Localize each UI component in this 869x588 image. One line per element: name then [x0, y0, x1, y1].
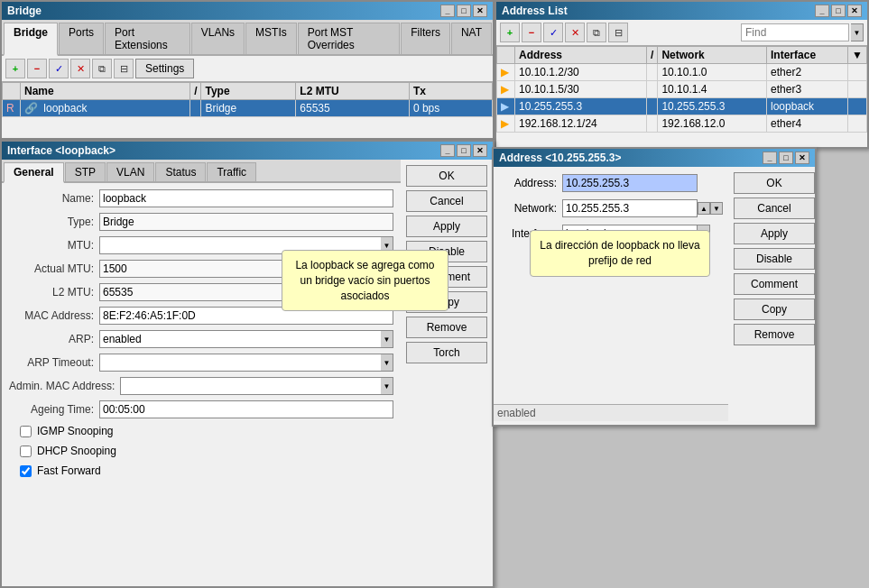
table-row[interactable]: ▶ 10.10.1.5/30 10.10.1.4 ether3	[497, 81, 867, 98]
addr-network-label: Network:	[499, 202, 562, 215]
interface-title: Interface <loopback>	[7, 144, 440, 157]
admin-mac-dropdown-btn[interactable]: ▼	[381, 377, 393, 395]
interface-cancel-btn[interactable]: Cancel	[406, 190, 487, 212]
ageing-input[interactable]	[99, 400, 393, 418]
interface-maximize-btn[interactable]: □	[457, 144, 471, 157]
interface-window: Interface <loopback> _ □ ✕ General STP V…	[0, 140, 495, 588]
addr-dialog-maximize-btn[interactable]: □	[779, 152, 793, 164]
tab-bridge[interactable]: Bridge	[4, 23, 58, 56]
addr-col-address: Address	[515, 47, 647, 64]
addr-list-minimize-btn[interactable]: _	[815, 5, 829, 17]
interface-minimize-btn[interactable]: _	[440, 144, 455, 157]
addr-col-scroll[interactable]: ▼	[848, 47, 867, 64]
addr-dialog-ok-btn[interactable]: OK	[734, 172, 815, 194]
actual-mtu-label: Actual MTU:	[9, 262, 99, 275]
row-slash	[647, 81, 658, 98]
tab-vlans[interactable]: VLANs	[191, 23, 245, 54]
table-row[interactable]: ▶ 10.255.255.3 10.255.255.3 loopback	[497, 98, 867, 115]
network-scroll-up[interactable]: ▲	[698, 202, 710, 215]
address-dialog-titlebar: Address <10.255.255.3> _ □ ✕	[494, 149, 815, 167]
tab-ports[interactable]: Ports	[59, 23, 104, 54]
interface-close-btn[interactable]: ✕	[473, 144, 487, 157]
tab-port-extensions[interactable]: Port Extensions	[105, 23, 190, 54]
bridge-add-btn[interactable]: +	[5, 59, 25, 78]
name-row: Name:	[2, 187, 401, 210]
arp-timeout-dropdown-btn[interactable]: ▼	[381, 354, 393, 372]
table-row[interactable]: ▶ 10.10.1.2/30 10.10.1.0 ether2	[497, 64, 867, 81]
row-slash	[190, 100, 201, 117]
bridge-titlebar: Bridge _ □ ✕	[2, 2, 493, 20]
table-row[interactable]: R 🔗 loopback Bridge 65535 0 bps	[3, 100, 493, 117]
arp-dropdown-btn[interactable]: ▼	[381, 330, 393, 348]
addr-list-filter-btn[interactable]: ⊟	[608, 23, 628, 42]
interface-apply-btn[interactable]: Apply	[406, 216, 487, 237]
bridge-table-container: Name / Type L2 MTU Tx R 🔗 loopback Bridg…	[2, 82, 493, 117]
type-input	[99, 213, 393, 231]
name-input[interactable]	[99, 189, 393, 207]
addr-dialog-cancel-btn[interactable]: Cancel	[734, 198, 815, 219]
addr-list-check-btn[interactable]: ✓	[543, 23, 563, 42]
addr-dialog-close-btn[interactable]: ✕	[795, 152, 809, 164]
tab-mstis[interactable]: MSTIs	[245, 23, 297, 54]
admin-mac-input[interactable]	[120, 377, 381, 395]
address-dialog-title: Address <10.255.255.3>	[499, 152, 763, 164]
interface-ok-btn[interactable]: OK	[406, 165, 487, 187]
row-flag: ▶	[497, 115, 515, 133]
addr-list-find-input[interactable]	[741, 23, 849, 41]
addr-list-add-btn[interactable]: +	[500, 23, 520, 42]
row-network: 10.10.1.4	[658, 81, 767, 98]
addr-list-maximize-btn[interactable]: □	[831, 5, 846, 17]
address-list-toolbar: + − ✓ ✕ ⧉ ⊟ ▼	[496, 20, 867, 46]
arp-input[interactable]	[99, 330, 381, 348]
tab-port-mst-overrides[interactable]: Port MST Overrides	[298, 23, 400, 54]
tab-filters[interactable]: Filters	[401, 23, 450, 54]
row-type: Bridge	[201, 100, 296, 117]
bridge-x-btn[interactable]: ✕	[70, 59, 90, 78]
addr-dialog-disable-btn[interactable]: Disable	[734, 248, 815, 270]
addr-dialog-copy-btn[interactable]: Copy	[734, 299, 815, 320]
bridge-close-btn[interactable]: ✕	[473, 5, 487, 17]
row-flag: R	[3, 100, 21, 117]
tab-general[interactable]: General	[4, 162, 64, 183]
tab-nat[interactable]: NAT	[451, 23, 492, 54]
addr-address-input[interactable]	[562, 174, 698, 192]
bridge-filter-btn[interactable]: ⊟	[114, 59, 134, 78]
addr-dialog-comment-btn[interactable]: Comment	[734, 273, 815, 295]
bridge-settings-btn[interactable]: Settings	[135, 59, 194, 78]
row-scroll	[848, 115, 867, 133]
addr-network-input[interactable]	[562, 199, 698, 217]
dhcp-checkbox[interactable]	[20, 446, 32, 457]
row-scroll	[848, 81, 867, 98]
bridge-maximize-btn[interactable]: □	[457, 5, 471, 17]
addr-list-close-btn[interactable]: ✕	[847, 5, 862, 17]
fast-forward-checkbox[interactable]	[20, 465, 32, 477]
addr-address-row: Address:	[494, 170, 728, 196]
table-row[interactable]: ▶ 192.168.12.1/24 192.168.12.0 ether4	[497, 115, 867, 133]
tab-status[interactable]: Status	[155, 162, 206, 181]
network-scroll-down[interactable]: ▼	[710, 202, 723, 215]
addr-dialog-minimize-btn[interactable]: _	[763, 152, 777, 164]
address-list-title: Address List	[502, 5, 815, 17]
tab-stp[interactable]: STP	[65, 162, 106, 181]
bridge-check-btn[interactable]: ✓	[49, 59, 69, 78]
igmp-checkbox[interactable]	[20, 426, 32, 437]
bridge-remove-btn[interactable]: −	[27, 59, 47, 78]
row-address: 10.10.1.2/30	[515, 64, 647, 81]
arp-row: ARP: ▼	[2, 327, 401, 351]
addr-list-x-btn[interactable]: ✕	[565, 23, 585, 42]
interface-remove-btn[interactable]: Remove	[406, 317, 487, 338]
bridge-minimize-btn[interactable]: _	[440, 5, 455, 17]
arp-timeout-input[interactable]	[99, 354, 381, 372]
tab-vlan[interactable]: VLAN	[106, 162, 154, 181]
find-dropdown-arrow[interactable]: ▼	[851, 23, 864, 41]
fast-forward-label: Fast Forward	[37, 464, 101, 477]
interface-torch-btn[interactable]: Torch	[406, 342, 487, 363]
addr-dialog-apply-btn[interactable]: Apply	[734, 223, 815, 244]
addr-dialog-remove-btn[interactable]: Remove	[734, 324, 815, 345]
addr-list-remove-btn[interactable]: −	[522, 23, 541, 42]
igmp-label: IGMP Snooping	[37, 425, 114, 437]
bridge-copy-btn[interactable]: ⧉	[92, 59, 112, 78]
tab-traffic[interactable]: Traffic	[207, 162, 256, 181]
addr-list-copy-btn[interactable]: ⧉	[587, 23, 606, 42]
address-list-table: Address / Network Interface ▼ ▶ 10.10.1.…	[496, 46, 867, 133]
